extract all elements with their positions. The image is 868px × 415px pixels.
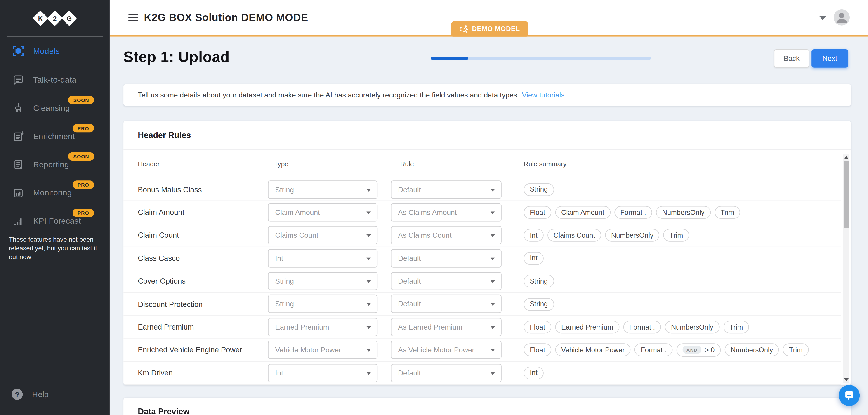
- column-header: Type: [274, 150, 288, 178]
- avatar[interactable]: [834, 9, 850, 26]
- rule-select[interactable]: Default: [391, 272, 502, 290]
- type-select[interactable]: Vehicle Motor Power: [268, 341, 377, 359]
- rule-chip: String: [524, 183, 554, 196]
- sidebar-item-reporting[interactable]: ReportingSOON: [0, 150, 110, 178]
- chevron-down-icon: [366, 280, 371, 283]
- chevron-down-icon[interactable]: [819, 16, 826, 20]
- rule-chip: Trim: [663, 229, 689, 242]
- type-select[interactable]: Earned Premium: [268, 318, 377, 336]
- scrollbar-thumb[interactable]: [844, 160, 848, 228]
- type-select[interactable]: String: [268, 180, 377, 199]
- reporting-doc-icon: [12, 158, 24, 170]
- rule-select[interactable]: Default: [391, 295, 502, 313]
- rule-select-value: Default: [398, 368, 421, 377]
- app-window: K 2 G ModelsTalk-to-dataCleansingSOONEnr…: [0, 0, 868, 415]
- type-select[interactable]: String: [268, 272, 377, 290]
- pro-badge: PRO: [72, 180, 94, 189]
- rule-summary-chips: IntClaims CountNumbersOnlyTrim: [524, 224, 689, 246]
- intro-text: Tell us some details about your dataset …: [138, 91, 519, 99]
- rule-select[interactable]: As Earned Premium: [391, 318, 502, 336]
- and-operator-pill: AND: [683, 346, 702, 354]
- back-button[interactable]: Back: [774, 49, 809, 68]
- chevron-down-icon: [491, 349, 495, 352]
- rule-chip: Float: [524, 321, 551, 333]
- row-header-label: Discount Protection: [138, 293, 203, 315]
- table-row: Km DrivenIntDefaultInt: [123, 361, 841, 384]
- soon-badge: SOON: [68, 96, 94, 104]
- sidebar-item-cleansing[interactable]: CleansingSOON: [0, 94, 110, 122]
- help-icon: ?: [11, 389, 23, 400]
- rule-select-value: Default: [398, 277, 421, 286]
- rule-chip: Float: [524, 344, 551, 356]
- sidebar-item-talk-to-data[interactable]: Talk-to-data: [0, 65, 110, 94]
- sidebar-item-label: Reporting: [33, 160, 69, 169]
- rule-chip: Trim: [723, 321, 749, 333]
- column-header: Rule: [400, 150, 414, 178]
- rule-chip: Vehicle Motor Power: [555, 344, 631, 356]
- type-select-value: String: [275, 277, 294, 286]
- rule-select-value: As Claims Amount: [398, 208, 457, 217]
- view-tutorials-link[interactable]: View tutorials: [522, 91, 565, 99]
- sidebar-item-help[interactable]: ? Help: [0, 386, 121, 403]
- rule-select-value: Default: [398, 254, 421, 262]
- svg-text:G: G: [67, 15, 72, 22]
- type-select-value: String: [275, 300, 294, 308]
- type-select[interactable]: String: [268, 295, 377, 313]
- row-header-label: Enriched Vehicle Engine Power: [138, 339, 242, 361]
- demo-model-badge: DEMO MODEL: [451, 21, 528, 37]
- type-select[interactable]: Claims Count: [268, 226, 377, 244]
- rule-select[interactable]: As Vehicle Motor Power: [391, 341, 502, 359]
- enrichment-icon: [12, 130, 24, 142]
- rule-select[interactable]: Default: [391, 180, 502, 199]
- sidebar-item-enrichment[interactable]: EnrichmentPRO: [0, 122, 110, 150]
- rule-chip: Format .: [614, 206, 652, 219]
- k2g-logo[interactable]: K 2 G: [0, 5, 110, 31]
- scroll-down-icon[interactable]: [844, 378, 848, 381]
- rule-chip: Int: [524, 366, 544, 379]
- chat-launcher[interactable]: [839, 385, 860, 406]
- type-select-value: Int: [275, 368, 283, 377]
- chevron-down-icon: [491, 235, 495, 237]
- chevron-down-icon: [491, 280, 495, 283]
- svg-text:K: K: [38, 15, 43, 22]
- pro-badge: PRO: [72, 209, 94, 217]
- rule-chip: Int: [524, 252, 544, 265]
- chevron-down-icon: [491, 303, 495, 306]
- chevron-down-icon: [366, 188, 371, 191]
- chevron-down-icon: [366, 372, 371, 375]
- type-select[interactable]: Int: [268, 249, 377, 267]
- models-icon: [12, 45, 24, 57]
- menu-icon[interactable]: [128, 14, 138, 23]
- type-select[interactable]: Int: [268, 364, 377, 382]
- scroll-up-icon[interactable]: [844, 156, 848, 159]
- table-row: Discount ProtectionStringDefaultString: [123, 292, 841, 315]
- k2g-logo-icon: K 2 G: [32, 8, 78, 29]
- rule-chip: NumbersOnly: [665, 321, 719, 333]
- sidebar-item-monitoring[interactable]: MonitoringPRO: [0, 178, 110, 207]
- rule-select[interactable]: Default: [391, 249, 502, 267]
- rule-select[interactable]: As Claims Amount: [391, 203, 502, 221]
- chevron-down-icon: [366, 303, 371, 306]
- type-select[interactable]: Claim Amount: [268, 203, 377, 221]
- sidebar-nav: ModelsTalk-to-dataCleansingSOONEnrichmen…: [0, 37, 110, 235]
- rule-chip: Int: [524, 229, 544, 242]
- page-title: Step 1: Upload: [123, 49, 230, 66]
- chevron-down-icon: [491, 257, 495, 260]
- intro-card: Tell us some details about your dataset …: [123, 84, 851, 106]
- rule-summary-chips: String: [524, 293, 554, 315]
- table-scrollbar[interactable]: [843, 154, 849, 383]
- sidebar-item-models[interactable]: Models: [0, 37, 110, 65]
- rule-chip: Trim: [783, 344, 809, 356]
- rule-summary-chips: FloatVehicle Motor PowerFormat .AND> 0Nu…: [524, 339, 809, 361]
- chevron-down-icon: [366, 235, 371, 237]
- rule-select[interactable]: As Claims Count: [391, 226, 502, 244]
- rule-select[interactable]: Default: [391, 364, 502, 382]
- next-button[interactable]: Next: [811, 49, 848, 68]
- type-select-value: String: [275, 185, 294, 194]
- type-select-value: Int: [275, 254, 283, 262]
- sidebar-item-kpi-forecast[interactable]: KPI ForecastPRO: [0, 206, 110, 235]
- app-title: K2G BOX Solution DEMO MODE: [144, 0, 308, 35]
- type-select-value: Vehicle Motor Power: [275, 346, 341, 354]
- monitoring-chart-icon: [12, 186, 24, 199]
- chevron-down-icon: [366, 257, 371, 260]
